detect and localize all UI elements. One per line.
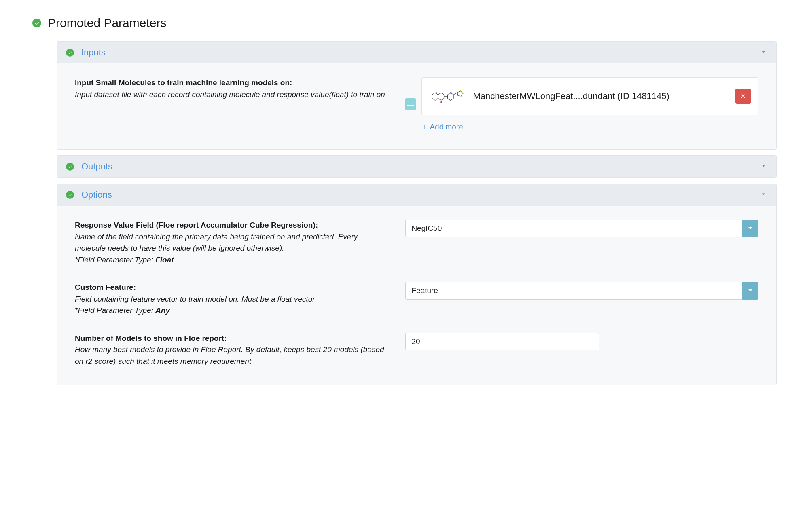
svg-point-6: [462, 92, 464, 94]
caret-down-icon[interactable]: [742, 282, 758, 300]
custom-feature-desc: Field containing feature vector to train…: [75, 293, 389, 305]
molecule-icon: N N: [429, 84, 465, 108]
num-models-input[interactable]: [405, 333, 599, 350]
selected-file-name: ManchesterMWLongFeat....dundant (ID 1481…: [473, 90, 727, 103]
custom-feature-label-col: Custom Feature: Field containing feature…: [75, 282, 389, 317]
add-more-link[interactable]: Add more: [421, 122, 463, 131]
chevron-down-icon: [760, 190, 767, 199]
panel-header-options[interactable]: Options: [57, 184, 776, 206]
page-title: Promoted Parameters: [48, 16, 166, 30]
remove-file-button[interactable]: [735, 89, 751, 104]
panel-options: Options Response Value Field (Floe repor…: [57, 184, 777, 385]
response-field-label: Response Value Field (Floe report Accumu…: [75, 220, 389, 231]
panel-inputs: Inputs Input Small Molecules to train ma…: [57, 41, 777, 150]
panel-header-outputs[interactable]: Outputs: [57, 156, 776, 177]
chevron-down-icon: [760, 48, 767, 57]
svg-marker-1: [438, 93, 444, 100]
num-models-label: Number of Models to show in Floe report:: [75, 333, 389, 344]
num-models-desc: How many best models to provide in Floe …: [75, 344, 389, 367]
caret-down-icon[interactable]: [742, 220, 758, 237]
num-models-label-col: Number of Models to show in Floe report:…: [75, 333, 389, 367]
panel-title-options: Options: [81, 190, 753, 200]
check-icon: [66, 163, 74, 171]
input-molecules-label: Input Small Molecules to train machine l…: [75, 77, 389, 89]
add-more-label: Add more: [430, 122, 463, 131]
svg-text:N: N: [436, 92, 437, 94]
check-icon: [66, 49, 74, 57]
svg-marker-0: [432, 93, 438, 100]
panel-title-outputs: Outputs: [81, 161, 753, 172]
chevron-right-icon: [760, 162, 767, 171]
response-field-desc: Name of the field containing the primary…: [75, 231, 389, 254]
panel-header-inputs[interactable]: Inputs: [57, 42, 776, 63]
custom-feature-param-type: *Field Parameter Type: Any: [75, 305, 389, 317]
response-field-param-type: *Field Parameter Type: Float: [75, 254, 389, 266]
section-header: Promoted Parameters: [32, 16, 777, 30]
check-icon: [32, 19, 41, 27]
check-icon: [66, 191, 74, 199]
response-field-label-col: Response Value Field (Floe report Accumu…: [75, 220, 389, 266]
input-molecules-label-col: Input Small Molecules to train machine l…: [75, 77, 389, 100]
svg-line-4: [454, 93, 458, 95]
panel-body-inputs: Input Small Molecules to train machine l…: [57, 63, 776, 149]
panel-outputs: Outputs: [57, 155, 777, 178]
input-molecules-desc: Input dataset file with each record cont…: [75, 89, 389, 101]
dataset-icon: [405, 98, 416, 110]
svg-text:N: N: [450, 92, 452, 94]
response-field-input[interactable]: [405, 220, 742, 237]
selected-file-card[interactable]: N N ManchesterMWLongFeat....dundant (ID …: [421, 77, 758, 115]
custom-feature-label: Custom Feature:: [75, 282, 389, 293]
response-field-select[interactable]: [405, 220, 758, 237]
custom-feature-input[interactable]: [405, 282, 742, 300]
panel-title-inputs: Inputs: [81, 47, 753, 58]
custom-feature-select[interactable]: [405, 282, 758, 300]
panel-body-options: Response Value Field (Floe report Accumu…: [57, 206, 776, 385]
svg-point-7: [460, 90, 461, 92]
